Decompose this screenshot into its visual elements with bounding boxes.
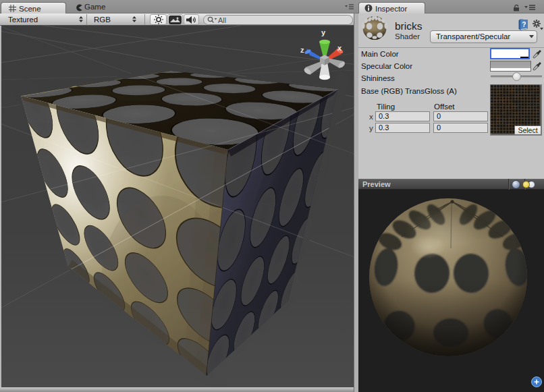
svg-text:?: ? [522,21,526,28]
svg-text:z: z [300,46,304,54]
svg-text:y: y [321,28,326,36]
svg-text:x: x [337,44,342,52]
